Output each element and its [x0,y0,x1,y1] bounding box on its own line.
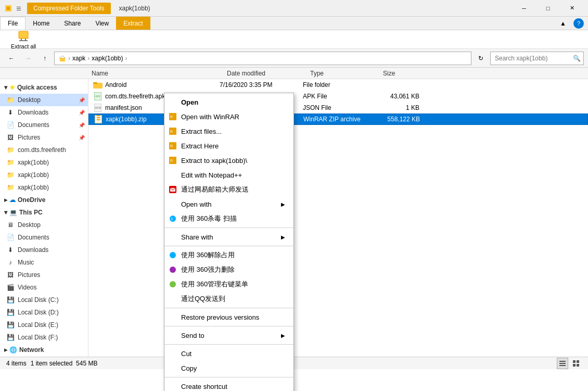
svg-rect-16 [559,363,566,364]
thispc-icon: 💻 [9,209,17,216]
cm-open-with[interactable]: Open with ▶ [164,197,293,211]
sidebar-item-documents-qa[interactable]: 📄 Documents 📌 [0,119,88,131]
apk-file-icon: APK [93,92,103,100]
cm-cut[interactable]: Cut [164,346,293,361]
path-xapk1obb[interactable]: xapk(1obb) [92,55,123,62]
thispc-header[interactable]: ▾ 💻 This PC [0,206,88,219]
cm-extract-here[interactable]: R Extract Here [164,138,293,153]
path-xapk[interactable]: xapk [72,55,85,62]
minimize-button[interactable]: ─ [512,0,536,17]
disk-icon: 💾 [6,333,15,342]
cm-separator-2 [164,246,293,246]
tab-extract[interactable]: Extract [116,17,150,30]
sidebar-item-diskc[interactable]: 💾 Local Disk (C:) [0,294,88,306]
cm-notepadpp[interactable]: Edit with Notepad++ [164,168,293,182]
music-icon: ♪ [6,258,15,267]
status-bar: 4 items 1 item selected 545 MB [0,357,588,369]
cm-netease[interactable]: 通过网易邮箱大师发送 [164,182,293,197]
tiles-view-button[interactable] [570,358,582,369]
title-bar: Compressed Folder Tools xapk(1obb) ─ □ ✕ [0,0,588,17]
search-button[interactable]: 🔍 [571,53,582,64]
cm-extract-files[interactable]: R Extract files... [164,124,293,138]
sidebar-item-xapk1-qa[interactable]: 📁 xapk(1obb) [0,156,88,169]
search-input[interactable] [490,52,584,65]
sidebar-item-music-pc[interactable]: ♪ Music [0,256,88,269]
sidebar-item-com-qa[interactable]: 📁 com.dts.freefireth [0,144,88,156]
sidebar-item-diskd[interactable]: 💾 Local Disk (D:) [0,306,88,319]
file-type: WinRAR ZIP archive [303,116,376,123]
sidebar-item-diskf[interactable]: 💾 Local Disk (F:) [0,331,88,344]
sidebar-item-downloads-pc[interactable]: ⬇ Downloads [0,244,88,256]
svg-rect-1 [7,7,10,10]
360-manage-icon [168,279,178,289]
refresh-button[interactable]: ↻ [474,51,488,66]
sidebar-item-xapk3-qa[interactable]: 📁 xapk(1obb) [0,181,88,194]
pin-icon: 📌 [79,122,85,128]
sidebar-item-diske[interactable]: 💾 Local Disk (E:) [0,319,88,331]
cm-extract-to[interactable]: R Extract to xapk(1obb)\ [164,153,293,168]
details-view-button[interactable] [557,358,568,369]
cm-360-delete[interactable]: 使用 360强力删除 [164,262,293,277]
folder-icon: 📁 [6,96,15,104]
file-row-android[interactable]: Android 7/16/2020 3:35 PM File folder [88,79,588,91]
sidebar-label: Desktop [18,221,41,229]
close-button[interactable]: ✕ [560,0,584,17]
cm-360-manage[interactable]: 使用 360管理右键菜单 [164,277,293,292]
sidebar-item-downloads-qa[interactable]: ⬇ Downloads 📌 [0,106,88,119]
network-header[interactable]: ▸ 🌐 Network [0,344,88,356]
col-header-type[interactable]: Type [306,70,379,77]
col-header-size[interactable]: Size [379,70,431,77]
sidebar-item-xapk2-qa[interactable]: 📁 xapk(1obb) [0,169,88,181]
cm-cut-label: Cut [181,350,191,358]
file-size: 558,122 KB [376,116,428,123]
extract-all-button[interactable]: Extract all [6,27,41,52]
cm-copy[interactable]: Copy [164,361,293,375]
sidebar-item-desktop-qa[interactable]: 📁 Desktop 📌 [0,94,88,106]
svg-point-34 [170,267,176,273]
tab-view[interactable]: View [88,17,116,30]
forward-button[interactable]: → [21,51,35,66]
folder-icon: 📁 [6,171,15,179]
cm-create-shortcut[interactable]: Create shortcut [164,379,293,391]
sidebar-label: Local Disk (F:) [18,334,58,341]
svg-rect-17 [559,365,566,366]
disk-icon: 💾 [6,321,15,329]
file-row-apk[interactable]: APK com.dts.freefireth.apk 7/13/2020 11:… [88,91,588,102]
maximize-button[interactable]: □ [536,0,560,17]
tab-share[interactable]: Share [57,17,88,30]
sidebar-item-pictures-pc[interactable]: 🖼 Pictures [0,269,88,281]
address-path[interactable]: › xapk › xapk(1obb) › [54,52,471,65]
cm-restore[interactable]: Restore previous versions [164,310,293,324]
pin-icon: 📌 [79,110,85,116]
sidebar-item-documents-pc[interactable]: 📄 Documents [0,231,88,244]
sidebar-item-desktop-pc[interactable]: 🖥 Desktop [0,219,88,231]
onedrive-header[interactable]: ▸ ☁ OneDrive [0,194,88,206]
quick-access-header[interactable]: ▾ ★ Quick access [0,81,88,94]
ribbon-collapse-button[interactable]: ▲ [557,17,569,30]
file-row-json[interactable]: JSON manifest.json 7/15/2020 5:58 PM JSO… [88,102,588,113]
cm-open[interactable]: Open [164,95,293,109]
svg-rect-3 [60,58,65,61]
cm-share-with[interactable]: Share with ▶ [164,230,293,244]
compressed-folder-tools-tab[interactable]: Compressed Folder Tools [27,3,111,14]
sidebar-item-videos-pc[interactable]: 🎬 Videos [0,281,88,294]
back-button[interactable]: ← [4,51,19,66]
cm-separator-1 [164,228,293,228]
svg-rect-18 [573,360,576,363]
cm-qq-send[interactable]: 通过QQ发送到 [164,292,293,306]
cm-360-scan[interactable]: 3 使用 360杀毒 扫描 [164,211,293,226]
cm-360-release[interactable]: 使用 360解除占用 [164,248,293,262]
file-row-zip[interactable]: xapk(1obb).zip WinRAR ZIP archive 558,12… [88,113,588,125]
up-button[interactable]: ↑ [37,51,52,66]
sidebar-item-pictures-qa[interactable]: 🖼 Pictures 📌 [0,131,88,144]
cm-open-winrar[interactable]: R Open with WinRAR [164,109,293,124]
app-icon [4,4,12,12]
disk-icon: 💾 [6,296,15,304]
col-header-date[interactable]: Date modified [223,70,306,77]
ribbon-content: Extract all [0,30,588,49]
help-button[interactable]: ? [573,18,584,29]
svg-rect-20 [573,364,576,367]
col-header-name[interactable]: Name [87,70,223,77]
cm-send-to[interactable]: Send to ▶ [164,328,293,343]
folder-icon: 📁 [6,158,15,167]
